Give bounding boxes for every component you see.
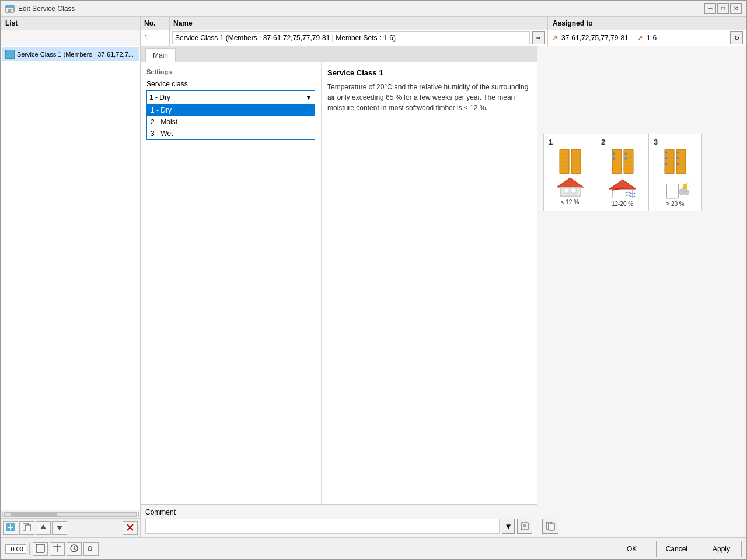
- svg-rect-1: [6, 5, 14, 8]
- sc-label-3: > 20 %: [666, 201, 684, 207]
- no-value: 1: [141, 30, 170, 46]
- assigned-sets: 1-6: [647, 34, 657, 42]
- list-item[interactable]: Service Class 1 (Members : 37-61,72,7...: [2, 47, 139, 61]
- sc-num-2: 2: [601, 138, 605, 146]
- description-title: Service Class 1: [327, 68, 531, 77]
- name-input[interactable]: Service Class 1 (Members : 37-61,72,75,7…: [172, 32, 530, 44]
- delete-button[interactable]: [123, 521, 138, 535]
- drop-2b-1: ●●: [624, 151, 627, 162]
- scroll-thumb[interactable]: [11, 513, 57, 517]
- move-down-button[interactable]: [52, 521, 67, 535]
- name-value-row: Service Class 1 (Members : 37-61,72,75,7…: [170, 30, 548, 46]
- sets-icon: ↗: [637, 34, 643, 43]
- sc-cell-3: 3 ●●●: [649, 134, 701, 211]
- house-icon-3: [661, 178, 690, 200]
- svg-rect-8: [25, 525, 31, 531]
- sc-num-3: 3: [654, 138, 658, 146]
- board-3b-wrap: ●●●: [676, 149, 686, 176]
- members-icon: ↗: [551, 34, 558, 43]
- scroll-right-btn[interactable]: [138, 512, 139, 517]
- minimize-button[interactable]: ─: [704, 4, 716, 14]
- comment-edit-button[interactable]: [517, 519, 532, 534]
- service-class-dropdown-wrapper: 1 - Dry ▼ 1 - Dry 2 - Moist 3 - Wet: [146, 90, 315, 104]
- list-scrollbar[interactable]: [1, 510, 140, 518]
- scroll-left-btn[interactable]: [2, 512, 3, 517]
- sc-boards-2: ●● ●●: [612, 149, 634, 176]
- copy-image-button[interactable]: [542, 519, 558, 534]
- svg-rect-73: [36, 544, 44, 552]
- right-panel: 1: [537, 46, 746, 537]
- sc-label-1: ≤ 12 %: [561, 199, 579, 205]
- move-up-button[interactable]: [36, 521, 51, 535]
- value-display: 0.00: [5, 544, 26, 554]
- list-panel: Service Class 1 (Members : 37-61,72,7...: [1, 46, 141, 537]
- values-row: 1 Service Class 1 (Members : 37-61,72,75…: [1, 30, 746, 46]
- description-section: Service Class 1 Temperature of 20°C and …: [322, 62, 537, 504]
- dropdown-option-2[interactable]: 2 - Moist: [147, 116, 315, 128]
- svg-text:Ω: Ω: [88, 545, 92, 552]
- apply-button[interactable]: Apply: [701, 541, 742, 557]
- header-area: List No. Name Assigned to: [1, 17, 746, 30]
- description-text: Temperature of 20°C and the relative hum…: [327, 82, 531, 113]
- sc-diagram: 1: [543, 134, 702, 211]
- maximize-button[interactable]: □: [717, 4, 729, 14]
- assigned-members: 37-61,72,75,77,79-81: [561, 34, 629, 42]
- toolbar-btn-3[interactable]: [67, 542, 82, 556]
- svg-marker-10: [57, 526, 62, 530]
- titlebar-left: Edit Service Class: [5, 4, 75, 13]
- content-area: Service Class 1 (Members : 37-61,72,7...: [1, 46, 746, 537]
- toolbar-btn-1[interactable]: [33, 542, 48, 556]
- close-button[interactable]: ✕: [730, 4, 742, 14]
- list-panel-footer: [1, 518, 140, 537]
- dropdown-option-1[interactable]: 1 - Dry: [147, 104, 315, 116]
- name-edit-button[interactable]: ✏: [532, 32, 545, 44]
- drop-3b: ●●●: [676, 150, 679, 167]
- sc-cell-2: 2: [596, 134, 649, 211]
- sc-num-1: 1: [549, 138, 553, 146]
- toolbar-btn-2[interactable]: [50, 542, 65, 556]
- svg-point-66: [683, 191, 689, 195]
- tabs-bar: Main: [141, 46, 537, 62]
- window-icon: [5, 4, 15, 13]
- name-column-header: Name: [170, 17, 547, 30]
- list-panel-header: List: [1, 17, 141, 30]
- separator-1: [29, 543, 30, 555]
- copy-row-button[interactable]: [19, 521, 34, 535]
- board-1a: [559, 149, 570, 174]
- add-row-button[interactable]: [3, 521, 18, 535]
- dropdown-arrow-icon: ▼: [305, 93, 312, 102]
- comment-input[interactable]: [145, 519, 500, 534]
- svg-rect-13: [521, 523, 528, 530]
- tab-content: Settings Service class 1 - Dry ▼ 1 - Dry…: [141, 62, 537, 504]
- dropdown-list: 1 - Dry 2 - Moist 3 - Wet: [146, 104, 315, 140]
- svg-marker-28: [557, 178, 584, 187]
- comment-dropdown-button[interactable]: ▼: [502, 519, 515, 534]
- board-2a-wrap: ●●: [612, 149, 622, 176]
- scroll-track: [4, 512, 137, 517]
- tab-main[interactable]: Main: [145, 48, 176, 62]
- service-class-dropdown[interactable]: 1 - Dry ▼: [146, 90, 315, 104]
- middle-panel: Main Settings Service class 1 - Dry ▼: [141, 46, 537, 537]
- house-icon-2: [608, 178, 637, 200]
- service-class-label: Service class: [146, 80, 315, 88]
- sc-label-2: 12-20 %: [612, 201, 633, 207]
- window-title: Edit Service Class: [18, 5, 75, 13]
- toolbar-btn-4[interactable]: Ω: [83, 542, 99, 556]
- titlebar: Edit Service Class ─ □ ✕: [1, 1, 746, 17]
- ok-button[interactable]: OK: [612, 541, 652, 557]
- list-item-icon: [5, 50, 15, 59]
- cancel-button[interactable]: Cancel: [656, 541, 697, 557]
- list-content: Service Class 1 (Members : 37-61,72,7...: [1, 46, 140, 510]
- main-window: Edit Service Class ─ □ ✕ List No. Name A…: [0, 0, 747, 560]
- drop-2a-1: ●●: [613, 151, 616, 162]
- dropdown-option-3[interactable]: 3 - Wet: [147, 128, 315, 139]
- assigned-to-header: Assigned to: [548, 17, 746, 30]
- settings-label: Settings: [146, 68, 315, 75]
- assigned-values-row: ↗ 37-61,72,75,77,79-81 ↗ 1-6 ↻: [548, 30, 746, 46]
- comment-label: Comment: [145, 508, 532, 516]
- refresh-button[interactable]: ↻: [730, 32, 743, 44]
- right-body: 1: [537, 46, 746, 514]
- drop-3a: ●●●: [665, 150, 668, 167]
- svg-rect-30: [564, 188, 569, 193]
- svg-rect-72: [549, 523, 554, 530]
